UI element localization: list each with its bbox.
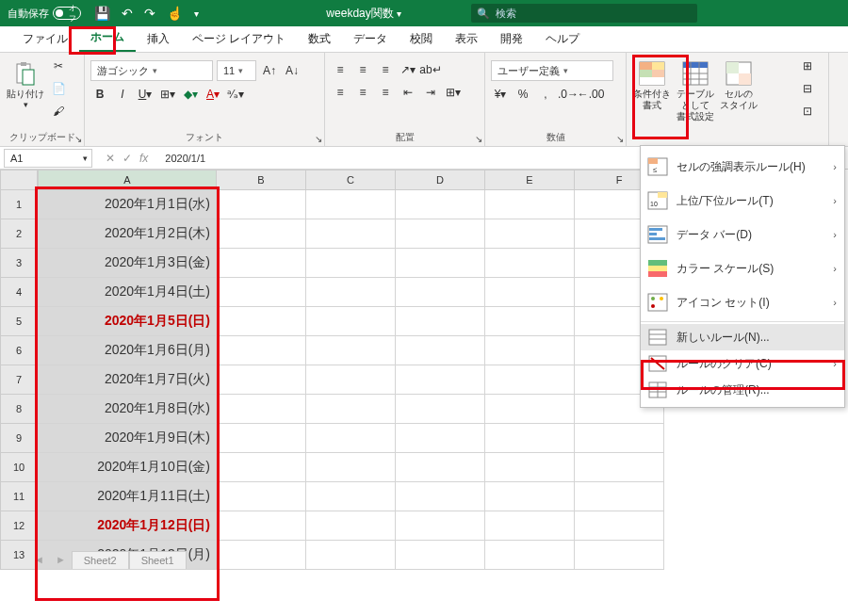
tab-insert[interactable]: 挿入 xyxy=(136,26,181,52)
cell[interactable] xyxy=(306,424,396,453)
cell[interactable] xyxy=(306,511,396,541)
cell[interactable]: 2020年1月2日(木) xyxy=(38,219,217,249)
increase-indent-icon[interactable]: ⇥ xyxy=(421,83,440,102)
name-box[interactable]: A1▾ xyxy=(4,149,92,168)
tab-data[interactable]: データ xyxy=(342,26,399,52)
cell[interactable] xyxy=(306,278,396,307)
cell[interactable] xyxy=(485,511,575,541)
delete-cells-icon[interactable]: ⊟ xyxy=(798,79,817,98)
toggle-switch[interactable]: オフ xyxy=(53,7,81,20)
menu-manage-rules[interactable]: ルールの管理(R)... xyxy=(641,377,844,403)
cell[interactable]: 2020年1月4日(土) xyxy=(38,278,217,307)
cell[interactable] xyxy=(396,395,485,424)
align-center-icon[interactable]: ≡ xyxy=(353,83,372,102)
tab-pagelayout[interactable]: ページ レイアウト xyxy=(181,26,297,52)
confirm-formula-icon[interactable]: ✓ xyxy=(122,152,132,165)
cell[interactable] xyxy=(396,424,485,453)
cell[interactable]: 2020年1月1日(水) xyxy=(38,190,217,219)
cancel-formula-icon[interactable]: ✕ xyxy=(106,152,115,165)
align-bottom-icon[interactable]: ≡ xyxy=(376,60,395,79)
menu-top-bottom-rules[interactable]: 10 上位/下位ルール(T) › xyxy=(641,184,844,218)
cell[interactable] xyxy=(306,453,396,482)
cell[interactable]: 2020年1月6日(月) xyxy=(38,336,217,365)
row-header[interactable]: 2 xyxy=(0,219,38,249)
comma-icon[interactable]: , xyxy=(536,85,555,104)
align-right-icon[interactable]: ≡ xyxy=(376,83,395,102)
cell[interactable]: 2020年1月10日(金) xyxy=(38,453,217,482)
cell[interactable] xyxy=(306,249,396,278)
cell[interactable] xyxy=(306,336,396,365)
cell[interactable] xyxy=(575,482,664,511)
cell[interactable] xyxy=(396,336,485,365)
cell[interactable]: 2020年1月3日(金) xyxy=(38,249,217,278)
number-launcher-icon[interactable]: ↘ xyxy=(616,134,624,144)
cell[interactable] xyxy=(306,307,396,336)
cell[interactable] xyxy=(217,453,306,482)
cut-icon[interactable]: ✂ xyxy=(49,57,68,75)
cell[interactable] xyxy=(485,219,575,249)
decrease-decimal-icon[interactable]: ←.00 xyxy=(581,85,600,104)
row-header[interactable]: 5 xyxy=(0,307,38,336)
paste-button[interactable]: 貼り付け ▾ xyxy=(6,57,45,109)
row-header[interactable]: 10 xyxy=(0,453,38,482)
qat-more-icon[interactable]: ▾ xyxy=(194,8,199,19)
tab-help[interactable]: ヘルプ xyxy=(534,26,591,52)
cell[interactable] xyxy=(396,511,485,541)
redo-icon[interactable]: ↷ xyxy=(144,6,155,21)
cell[interactable] xyxy=(485,482,575,511)
cell[interactable] xyxy=(306,219,396,249)
col-header-C[interactable]: C xyxy=(306,170,396,190)
file-name[interactable]: weekday関数 ▾ xyxy=(326,6,401,22)
tab-formulas[interactable]: 数式 xyxy=(297,26,342,52)
touch-mode-icon[interactable]: ☝ xyxy=(167,6,183,21)
cell[interactable] xyxy=(396,453,485,482)
cell[interactable] xyxy=(396,190,485,219)
cell[interactable] xyxy=(485,278,575,307)
row-header[interactable]: 8 xyxy=(0,395,38,424)
sheet-tab-1[interactable]: Sheet1 xyxy=(129,551,187,569)
align-launcher-icon[interactable]: ↘ xyxy=(475,134,482,144)
orientation-icon[interactable]: ↗▾ xyxy=(399,60,417,79)
sheet-tab-2[interactable]: Sheet2 xyxy=(72,551,129,569)
cell[interactable] xyxy=(217,511,306,541)
row-header[interactable]: 4 xyxy=(0,278,38,307)
conditional-format-button[interactable]: 条件付き 書式 xyxy=(632,57,672,111)
percent-icon[interactable]: % xyxy=(514,85,532,104)
cell[interactable] xyxy=(575,453,664,482)
col-header-E[interactable]: E xyxy=(485,170,575,190)
font-launcher-icon[interactable]: ↘ xyxy=(315,134,322,144)
cell[interactable] xyxy=(217,336,306,365)
cell[interactable] xyxy=(217,424,306,453)
cell[interactable] xyxy=(396,278,485,307)
tab-developer[interactable]: 開発 xyxy=(489,26,534,52)
align-left-icon[interactable]: ≡ xyxy=(331,83,350,102)
menu-new-rule[interactable]: 新しいルール(N)... xyxy=(641,324,844,350)
italic-button[interactable]: I xyxy=(113,85,132,104)
cell[interactable] xyxy=(217,395,306,424)
row-header[interactable]: 7 xyxy=(0,365,38,395)
cell[interactable] xyxy=(217,219,306,249)
row-header[interactable]: 6 xyxy=(0,336,38,365)
cell[interactable] xyxy=(485,307,575,336)
cell[interactable]: 2020年1月7日(火) xyxy=(38,365,217,395)
cell[interactable] xyxy=(396,482,485,511)
decrease-font-icon[interactable]: A↓ xyxy=(283,61,302,80)
increase-decimal-icon[interactable]: .0→ xyxy=(559,85,578,104)
cell[interactable] xyxy=(485,424,575,453)
row-header[interactable]: 11 xyxy=(0,482,38,511)
font-size-combo[interactable]: 11▾ xyxy=(217,60,256,81)
row-header[interactable]: 9 xyxy=(0,424,38,453)
cell[interactable] xyxy=(485,541,575,570)
cell[interactable] xyxy=(485,190,575,219)
search-box[interactable]: 🔍 検索 xyxy=(471,4,697,23)
tab-review[interactable]: 校閲 xyxy=(399,26,444,52)
cell[interactable] xyxy=(396,365,485,395)
menu-highlight-rules[interactable]: ≤ セルの強調表示ルール(H) › xyxy=(641,150,844,184)
cell[interactable]: 2020年1月5日(日) xyxy=(38,307,217,336)
fill-color-button[interactable]: ◆▾ xyxy=(181,85,200,104)
cell[interactable] xyxy=(217,482,306,511)
cell[interactable]: 2020年1月9日(木) xyxy=(38,424,217,453)
col-header-A[interactable]: A xyxy=(38,170,217,190)
menu-data-bars[interactable]: データ バー(D) › xyxy=(641,218,844,251)
tab-home[interactable]: ホーム xyxy=(79,24,136,52)
